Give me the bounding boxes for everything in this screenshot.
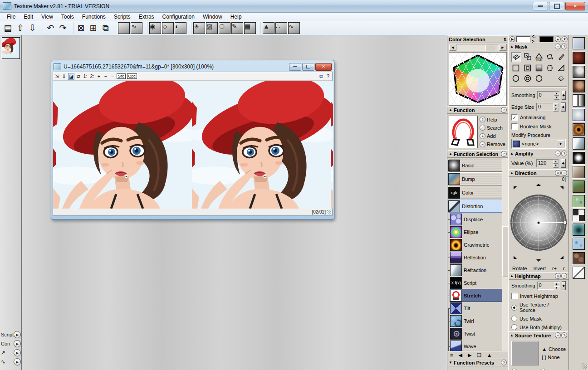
swap-colors-button[interactable]: <-> xyxy=(532,34,538,44)
zoom-2x-icon[interactable]: 2: xyxy=(89,73,95,79)
toolbar-separator[interactable] xyxy=(257,22,261,34)
texture-thumb-checker[interactable] xyxy=(573,209,585,221)
scroll-right-arrow[interactable]: ▶ xyxy=(499,44,506,51)
mask-header[interactable]: ▲ Mask ×? xyxy=(509,43,568,50)
color-cube[interactable] xyxy=(449,52,507,106)
texture-minimize-button[interactable] xyxy=(289,63,301,71)
amplify-value-slider[interactable]: ◆ xyxy=(561,159,566,168)
heightmap-smoothing-spinner[interactable]: 0▲▼ xyxy=(537,282,560,290)
pages-icon[interactable]: ⧉ xyxy=(76,73,81,79)
menu-item[interactable]: Extras xyxy=(135,13,158,21)
function-help-button[interactable]: ? Help xyxy=(480,117,505,122)
undo-icon[interactable]: ↶ xyxy=(44,22,57,34)
zigzag-generator-icon[interactable]: ∿ xyxy=(288,22,300,34)
heightmap-help-icon[interactable]: ? xyxy=(561,273,567,279)
source-close-icon[interactable]: × xyxy=(555,332,561,338)
texture-thumb-cells[interactable] xyxy=(573,238,585,250)
toolbar-separator[interactable] xyxy=(112,22,116,34)
function-help-icon[interactable]: ? xyxy=(501,107,507,113)
opc-button[interactable]: Opc xyxy=(127,73,137,79)
function-remove-button[interactable]: − Remove xyxy=(480,141,505,147)
zoom-1x-icon[interactable]: 1: xyxy=(83,73,88,79)
function-item-ellipse[interactable]: Ellipse xyxy=(450,226,502,238)
direction-close-icon[interactable]: × xyxy=(555,170,561,176)
function-item-refraction[interactable]: Refraction xyxy=(450,264,502,276)
function-item-wave[interactable]: Wave xyxy=(450,340,502,351)
menu-item[interactable]: View xyxy=(37,13,57,21)
texture-thumb-rocks[interactable] xyxy=(573,252,585,264)
triangle-mask-icon[interactable] xyxy=(557,63,566,73)
rgb-mask-icon[interactable]: RGB xyxy=(534,52,544,61)
scratch-generator-icon[interactable]: ✎ xyxy=(231,22,243,34)
rotate-button[interactable]: Rotate xyxy=(512,266,527,271)
texture-thumb-gray-spheres[interactable] xyxy=(573,66,585,78)
toolbar-separator[interactable] xyxy=(39,22,43,34)
mask-smoothing-slider[interactable]: ◆ xyxy=(562,91,566,100)
script-launcher[interactable]: ▶ xyxy=(14,331,21,338)
collapse-icon[interactable]: ▲ xyxy=(487,352,492,358)
menu-item[interactable]: Scripts xyxy=(110,13,135,21)
menu-item[interactable]: Edit xyxy=(20,13,37,21)
function-item-displace[interactable]: Displace xyxy=(450,213,502,225)
color-down-icon[interactable]: ▼ xyxy=(562,36,568,42)
function-header[interactable]: ▲ Function ? xyxy=(447,106,508,114)
amplify-close-icon[interactable]: × xyxy=(555,151,561,156)
gradient-mask-icon[interactable] xyxy=(534,63,544,73)
copy-mask-icon[interactable] xyxy=(523,52,532,61)
color-up-icon[interactable]: ▲ xyxy=(555,36,561,42)
menu-item[interactable]: Tools xyxy=(57,13,78,21)
texture-thumb-canyon[interactable] xyxy=(573,180,585,193)
menu-item[interactable]: Functions xyxy=(78,13,110,21)
mask-smoothing-spinner[interactable]: 0▲▼ xyxy=(537,91,560,99)
hexagon-generator-icon[interactable]: ⬡ xyxy=(219,22,230,34)
texture-view[interactable] xyxy=(53,81,333,209)
color-mode-icon[interactable]: ⇅ xyxy=(503,37,507,42)
texture-thumb-brown-spheres[interactable] xyxy=(573,80,585,92)
source-help-icon[interactable]: ? xyxy=(561,332,567,338)
sun-generator-icon[interactable]: ☀ xyxy=(193,22,205,34)
texture-window-titlebar[interactable]: U=1664575165,2716532670&fm=11&gp=0* [300… xyxy=(53,62,333,72)
heightfield-preview-icon[interactable]: ∿ xyxy=(131,22,142,34)
function-category-bump[interactable]: Bump xyxy=(448,172,502,185)
direction-sphere[interactable] xyxy=(510,194,568,252)
direction-help-icon[interactable]: ? xyxy=(561,170,567,176)
color-selection-header[interactable]: Color Selection ⇅ xyxy=(447,35,508,43)
texture-thumb-map[interactable] xyxy=(573,195,585,207)
new-texture-icon[interactable]: ▤ xyxy=(2,22,14,34)
resize-grip[interactable] xyxy=(327,210,331,214)
console-launcher[interactable]: ▶ xyxy=(14,340,21,347)
function-list-scrollbar[interactable] xyxy=(502,158,508,351)
polygon-render-icon[interactable]: ◇ xyxy=(162,22,174,34)
function-category-color[interactable]: rgb Color xyxy=(448,186,502,199)
redo-icon[interactable]: ↷ xyxy=(57,22,69,34)
direction-header[interactable]: ▲ Direction ×? xyxy=(509,169,568,177)
circle-mask-icon[interactable] xyxy=(511,74,520,83)
amplify-header[interactable]: ▲ Amplify ×? xyxy=(509,150,568,157)
function-item-stretch[interactable]: Stretch xyxy=(450,289,502,302)
stripes-generator-icon[interactable]: ▨ xyxy=(206,22,218,34)
drop-color-icon[interactable]: ⇓ xyxy=(61,73,67,79)
duplicate-icon[interactable]: ⧉ xyxy=(99,22,112,34)
texture-thumb-gradient-bars[interactable] xyxy=(573,94,585,107)
source-texture-preview[interactable] xyxy=(511,341,539,365)
texture-thumb-eye[interactable] xyxy=(573,123,585,136)
texture-thumb-starburst[interactable] xyxy=(573,152,585,164)
pick-color-icon[interactable]: ⇲ xyxy=(54,73,60,79)
function-item-twist[interactable]: Twist xyxy=(450,327,502,340)
texture-preview-icon[interactable] xyxy=(118,22,130,34)
function-item-script[interactable]: X f(x) Script xyxy=(450,277,502,289)
texture-thumb-rust[interactable] xyxy=(573,52,585,64)
close-button[interactable]: ✕ xyxy=(565,2,585,10)
open-texture-tab[interactable] xyxy=(2,37,20,59)
choose-source-button[interactable]: ▲Choose xyxy=(542,346,566,352)
ring-mask-icon[interactable] xyxy=(523,74,532,83)
view-mode-icon[interactable]: ❏ xyxy=(477,352,481,358)
wave-launcher[interactable]: ▶ xyxy=(14,358,21,365)
menu-item[interactable]: Window xyxy=(199,13,226,21)
function-selection-header[interactable]: ▲ Function Selection ? xyxy=(447,150,508,158)
function-item-gravimetric[interactable]: Gravimetric xyxy=(450,239,502,251)
scroll-thumb[interactable] xyxy=(502,226,508,277)
toolbar-separator[interactable] xyxy=(187,22,191,34)
amplify-help-icon[interactable]: ? xyxy=(561,151,567,156)
texture-thumb-hands[interactable] xyxy=(573,166,585,178)
